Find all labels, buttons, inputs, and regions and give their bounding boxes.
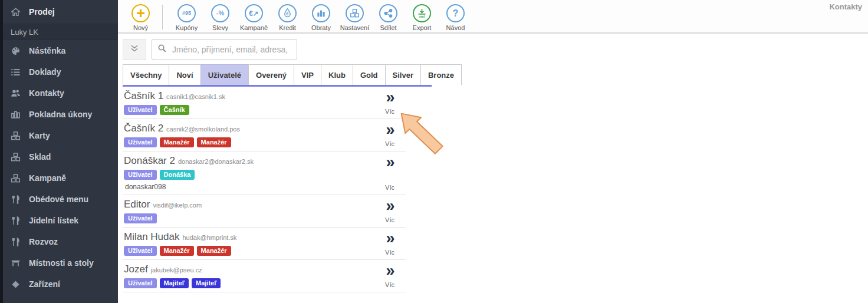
contact-info: Milan Hudakhudak@hmprint.skUživatelManaž… [124,231,236,256]
expand-filters-button[interactable] [123,39,146,60]
toolbar-button-kup-ny[interactable]: #95Kupóny [170,4,203,31]
turnover-bars-icon [312,4,330,22]
toolbar-button-nov-[interactable]: Nový [124,4,157,31]
toolbar-button-label: Kupóny [176,24,198,31]
sidebar-item-doklady[interactable]: Doklady [3,61,118,83]
sidebar-item-pokladna-kony[interactable]: Pokladna úkony [3,104,118,125]
tab-silver[interactable]: Silver [385,64,421,85]
sidebar-item-kampan-[interactable]: Kampaně [3,167,118,189]
sidebar: ProdejLuky LKNástěnkaDokladyKontaktyPokl… [0,0,118,303]
bar-chart-icon [11,110,22,120]
contact-info: Jozefjakubek@pseu.czUživatelMajiteľMajit… [124,264,221,288]
sidebar-item-label: Zařízení [29,279,60,289]
sidebar-item-label: Doklady [29,67,61,77]
search-input[interactable] [171,44,291,55]
tab-nov-[interactable]: Noví [169,64,200,85]
sidebar-item-rozvoz[interactable]: Rozvoz [3,231,118,252]
toolbar-button-label: Export [413,24,432,31]
sidebar-item-label: Prodej [29,7,55,17]
contact-badges: Uživatel [124,213,202,223]
toolbar-button-sd-let[interactable]: Sdílet [371,4,405,31]
more-button-label: Víc [385,216,394,223]
tab-bronze[interactable]: Bronze [420,64,462,85]
icon-glyph-text: €↗ [249,10,259,17]
cubes-icon [11,131,22,141]
contact-name: Jozef [124,264,148,275]
double-chevron-right-icon: » [386,123,393,137]
contact-row: Čašník 1casnik1@casnik1.skUživatelČašník… [123,87,406,119]
toolbar-button-export[interactable]: xmlExport [405,4,439,31]
contact-name-line: Donáškar 2donaskar2@donaskar2.sk [124,155,254,167]
contact-name: Čašník 1 [124,90,163,101]
sidebar-item-n-st-nka[interactable]: Nástěnka [3,40,118,61]
sidebar-item-label: Jídelní lístek [29,216,78,225]
sidebar-items: ProdejLuky LKNástěnkaDokladyKontaktyPokl… [3,0,118,295]
more-button[interactable]: »Víc [380,199,406,223]
sidebar-item-j-deln-l-stek[interactable]: Jídelní lístek [3,210,118,231]
search-icon [157,44,167,55]
toolbar-button-kampan-[interactable]: €↗Kampaně [237,4,271,31]
contact-name-line: Milan Hudakhudak@hmprint.sk [124,231,236,243]
contact-badges: UživatelManažérManažér [124,137,240,147]
sidebar-item-label: Pokladna úkony [29,110,92,119]
tab-klub[interactable]: Klub [321,64,353,85]
role-badge: Uživatel [124,105,157,115]
more-button[interactable]: »Víc [380,264,406,288]
sidebar-item-prodej[interactable]: Prodej [3,0,118,24]
tab-overen-[interactable]: Overený [248,64,294,85]
toolbar-button-n-vod[interactable]: ?Návod [439,4,472,31]
role-badge: Manažér [197,246,231,256]
contact-badges: UživatelManažérManažér [124,246,236,256]
contact-badges: UživatelMajiteľMajiteľ [124,278,221,288]
contact-name-line: Jozefjakubek@pseu.cz [124,264,221,275]
contact-email: hudak@hmprint.sk [183,234,237,241]
toolbar-button-kredit[interactable]: €Kredit [271,4,304,31]
more-button[interactable]: »Víc [380,231,406,256]
tab-vip[interactable]: VIP [294,64,321,85]
people-icon [11,88,22,98]
contact-list: Čašník 1casnik1@casnik1.skUživatelČašník… [123,87,406,292]
role-badge: Manažér [160,137,194,147]
tab-gold[interactable]: Gold [353,64,386,85]
share-icon [379,4,397,22]
contact-row: Jozefjakubek@pseu.czUživatelMajiteľMajit… [123,260,406,292]
cutlery-icon [11,195,22,205]
toolbar-button-label: Nový [133,24,148,31]
sidebar-subitem-label: Luky LK [11,28,38,37]
contact-email: jakubek@pseu.cz [151,266,202,274]
more-button[interactable]: »Víc [380,155,406,191]
toolbar-button-nastaven-[interactable]: Nastavení [338,4,371,31]
sidebar-item-m-stnosti-a-stoly[interactable]: Místnosti a stoly [3,252,118,274]
more-button-label: Víc [385,140,394,147]
icon-glyph-text: ? [453,9,459,18]
glyph-icon: €↗ [245,4,263,22]
svg-text:xml: xml [419,15,425,18]
more-button[interactable]: »Víc [380,123,406,147]
credit-drop-icon: € [278,4,297,22]
contact-info: Čašník 1casnik1@casnik1.skUživatelČašník [124,90,225,115]
contact-info: Čašník 2casnik2@smolkoland.posUživatelMa… [124,123,240,147]
toolbar-button-slevy[interactable]: -%Slevy [203,4,237,31]
contact-name: Donáškar 2 [124,155,175,166]
sidebar-item-sklad[interactable]: Sklad [3,146,118,167]
sidebar-item-karty[interactable]: Karty [3,125,118,146]
tab-u-ivatel-[interactable]: Uživatelé [200,64,249,85]
table-icon [11,258,22,268]
sidebar-item-ob-dov-menu[interactable]: Obédové menu [3,189,118,210]
diamond-icon [11,279,22,289]
cubes-icon [11,152,22,162]
sidebar-subitem-luky-lk[interactable]: Luky LK [3,24,118,40]
search-box [152,39,297,60]
tab-v-echny[interactable]: Všechny [123,64,169,85]
role-badge: Donáška [160,170,195,180]
glyph-icon: #95 [177,4,196,22]
role-badge: Uživatel [124,170,157,180]
double-chevron-right-icon: » [386,199,393,213]
sidebar-item-kontakty[interactable]: Kontakty [3,83,118,104]
more-button[interactable]: »Víc [380,90,406,115]
contact-name-line: Čašník 1casnik1@casnik1.sk [124,90,225,102]
toolbar-button-obraty[interactable]: Obraty [304,4,338,31]
sidebar-item-za-zen-[interactable]: Zařízení [3,274,118,295]
contact-row: Editorvisdif@ikelp.comUživatel»Víc [123,195,406,228]
sidebar-item-label: Kontakty [29,88,64,98]
